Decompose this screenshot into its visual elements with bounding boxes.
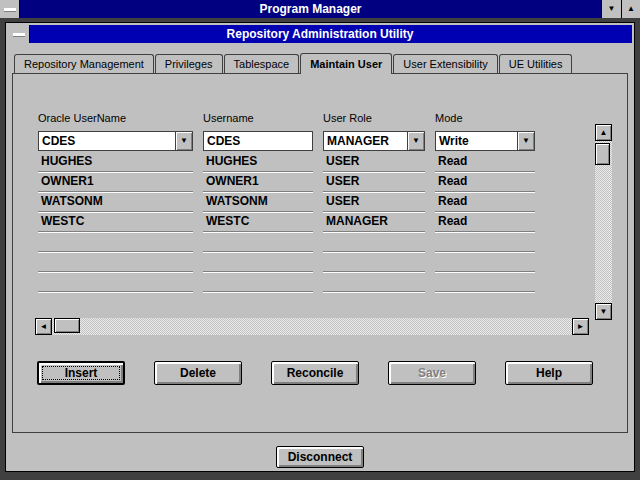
grid-cell-empty[interactable] [323,252,425,272]
grid-cell[interactable]: Read [435,212,535,232]
dropdown-button[interactable]: ▼ [175,132,192,150]
chevron-down-icon: ▼ [412,137,420,145]
left-arrow-icon: ◄ [40,323,48,331]
grid-cell[interactable]: HUGHES [203,152,313,172]
grid-cell-empty[interactable] [323,272,425,292]
grid-cell[interactable]: Read [435,152,535,172]
window-title: Repository Administration Utility [30,25,632,43]
vertical-scroll-thumb[interactable] [595,143,610,165]
user-grid: Oracle UserName CDES ▼ HUGHES OWNER1 WAT… [38,112,535,292]
grid-cell-empty[interactable] [203,232,313,252]
vertical-scrollbar[interactable]: ▲ ▼ [595,124,612,320]
grid-cell-empty[interactable] [435,272,535,292]
down-arrow-icon: ▼ [600,308,608,316]
disconnect-row: Disconnect [6,446,634,468]
grid-cell[interactable]: Read [435,172,535,192]
grid-cell-empty[interactable] [203,272,313,292]
system-menu-icon [4,8,16,11]
column-user-role: User Role MANAGER ▼ USER USER USER MANAG… [323,112,425,292]
grid-cell-empty[interactable] [38,252,193,272]
mode-combobox[interactable]: Write ▼ [435,131,535,151]
tab-maintain-user[interactable]: Maintain User [300,53,392,74]
window-system-menu-button[interactable] [8,25,30,43]
dropdown-button[interactable]: ▼ [517,132,534,150]
chevron-down-icon: ▼ [180,137,188,145]
right-arrow-icon: ► [577,323,585,331]
desktop: Program Manager ▼ ▲ Repository Administr… [0,0,640,480]
reconcile-button[interactable]: Reconcile [271,361,359,385]
column-username: Username CDES HUGHES OWNER1 WATSONM WEST… [203,112,313,292]
combobox-value: MANAGER [324,132,407,150]
combobox-value: CDES [39,132,175,150]
grid-cell[interactable]: WESTC [38,212,193,232]
scroll-up-button[interactable]: ▲ [595,124,612,141]
user-role-combobox[interactable]: MANAGER ▼ [323,131,425,151]
tab-repository-management[interactable]: Repository Management [14,54,154,73]
up-arrow-icon: ▲ [600,129,608,137]
dropdown-button[interactable]: ▼ [407,132,424,150]
grid-cell[interactable]: MANAGER [323,212,425,232]
maximize-icon: ▲ [627,5,635,13]
vertical-scroll-track[interactable] [595,141,612,303]
combobox-value: Write [436,132,517,150]
grid-cell[interactable]: WATSONM [38,192,193,212]
window-titlebar: Repository Administration Utility [8,25,632,43]
maintain-user-panel: Oracle UserName CDES ▼ HUGHES OWNER1 WAT… [12,73,628,433]
horizontal-scrollbar[interactable]: ◄ ► [35,318,589,335]
scroll-right-button[interactable]: ► [572,318,589,335]
grid-cell[interactable]: WESTC [203,212,313,232]
tab-user-extensibility[interactable]: User Extensibility [393,54,497,73]
help-button[interactable]: Help [505,361,593,385]
username-field[interactable]: CDES [203,131,313,151]
column-oracle-username: Oracle UserName CDES ▼ HUGHES OWNER1 WAT… [38,112,193,292]
column-mode: Mode Write ▼ Read Read Read Read [435,112,535,292]
grid-cell-empty[interactable] [203,252,313,272]
grid-cell-empty[interactable] [38,272,193,292]
scroll-left-button[interactable]: ◄ [35,318,52,335]
system-menu-button[interactable] [0,0,20,18]
horizontal-scroll-track[interactable] [52,318,572,335]
grid-cell[interactable]: OWNER1 [38,172,193,192]
grid-cell-empty[interactable] [38,232,193,252]
program-manager-titlebar: Program Manager ▼ ▲ [0,0,640,18]
program-manager-title: Program Manager [20,0,601,18]
grid-cell[interactable]: OWNER1 [203,172,313,192]
oracle-username-combobox[interactable]: CDES ▼ [38,131,193,151]
grid-cell[interactable]: USER [323,172,425,192]
save-button[interactable]: Save [388,361,476,385]
scroll-down-button[interactable]: ▼ [595,303,612,320]
grid-cell[interactable]: USER [323,192,425,212]
action-button-row: Insert Delete Reconcile Save Help [37,361,593,385]
column-header-username: Username [203,112,313,126]
repository-admin-window: Repository Administration Utility Reposi… [5,22,635,472]
grid-cell-empty[interactable] [323,232,425,252]
column-header-oracle-username: Oracle UserName [38,112,193,126]
grid-cell-empty[interactable] [435,252,535,272]
grid-cell[interactable]: WATSONM [203,192,313,212]
insert-button[interactable]: Insert [37,361,125,385]
caption-buttons: ▼ ▲ [601,0,640,18]
tab-tablespace[interactable]: Tablespace [224,54,300,73]
maximize-button[interactable]: ▲ [621,0,640,18]
column-header-mode: Mode [435,112,535,126]
column-header-user-role: User Role [323,112,425,126]
system-menu-icon [13,33,25,36]
horizontal-scroll-thumb[interactable] [54,318,80,333]
disconnect-button[interactable]: Disconnect [276,446,364,468]
grid-cell[interactable]: Read [435,192,535,212]
grid-cell[interactable]: HUGHES [38,152,193,172]
tab-privileges[interactable]: Privileges [155,54,223,73]
minimize-icon: ▼ [608,5,616,13]
tab-strip: Repository Management Privileges Tablesp… [14,52,628,73]
grid-cell[interactable]: USER [323,152,425,172]
grid-cell-empty[interactable] [435,232,535,252]
tab-ue-utilities[interactable]: UE Utilities [499,54,573,73]
minimize-button[interactable]: ▼ [602,0,621,18]
chevron-down-icon: ▼ [522,137,530,145]
delete-button[interactable]: Delete [154,361,242,385]
